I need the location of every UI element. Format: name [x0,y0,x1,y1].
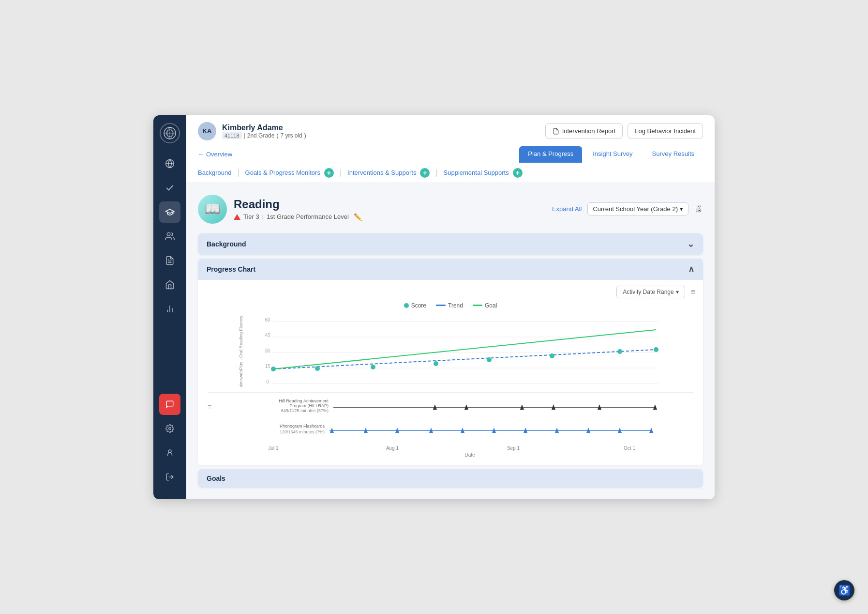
interval-chart-2: Phonogram Flashcards 120/1545 minutes (7… [208,419,693,443]
top-header: KA Kimberly Adame 41118 | 2nd Grade (7 y… [186,115,715,163]
expand-all-button[interactable]: Expand All [552,205,582,213]
intervention-report-button[interactable]: Intervention Report [545,123,623,138]
student-info-group: KA Kimberly Adame 41118 | 2nd Grade (7 y… [198,122,306,140]
student-details: Kimberly Adame 41118 | 2nd Grade (7 yrs … [222,123,306,139]
chart-menu-icon[interactable]: ≡ [691,288,695,296]
subnav-divider-3: | [435,169,437,177]
edit-performance-icon[interactable]: ✏️ [354,213,362,221]
subnav-goals[interactable]: Goals & Progress Monitors [245,169,320,176]
subnav-interventions[interactable]: Interventions & Supports [347,169,416,176]
svg-text:15: 15 [265,364,270,369]
tab-survey-results[interactable]: Survey Results [644,146,703,163]
legend-goal-label: Goal [485,302,497,309]
activity-date-chevron-icon: ▾ [676,289,679,295]
sidebar-item-settings[interactable] [159,418,180,439]
accessibility-button[interactable]: ♿ [834,580,854,600]
sidebar-item-logout[interactable] [159,466,180,488]
tier-icon [234,214,240,220]
back-link[interactable]: ← Overview [198,151,232,158]
progress-chart-label: Progress Chart [207,265,255,273]
subnav-divider-2: | [340,169,342,177]
interval-chart-1: ≡ Hill Reading Achievement Program (HILL… [208,392,693,419]
subnav-supplemental-add[interactable]: + [513,168,523,178]
x-axis-aug: Aug 1 [386,445,399,451]
sidebar-item-tasks[interactable] [159,177,180,199]
sidebar-item-school[interactable] [159,274,180,295]
student-name: Kimberly Adame [222,123,306,132]
svg-point-35 [617,349,622,354]
header-actions: Intervention Report Log Behavior Inciden… [545,123,703,138]
sidebar-item-reports[interactable] [159,250,180,271]
subnav-supplemental[interactable]: Supplemental Supports [444,169,509,176]
student-meta: 41118 | 2nd Grade (7 yrs old) [222,132,306,139]
subject-title-block: Reading Tier 3 | 1st Grade Performance L… [234,198,362,221]
svg-point-34 [550,353,554,358]
background-section: Background ⌄ [198,233,703,255]
performance-level: 1st Grade Performance Level [267,213,349,220]
legend-goal: Goal [473,302,497,309]
x-axis-date-label: Date [464,452,475,458]
student-separator: | [244,132,245,139]
tier-badge: Tier 3 | 1st Grade Performance Level ✏️ [234,213,362,221]
sidebar-bottom [159,394,180,491]
subject-title: Reading [234,198,362,211]
app-logo[interactable] [160,123,180,143]
sidebar-item-home[interactable] [159,153,180,174]
svg-point-30 [315,366,320,371]
progress-chart-header[interactable]: Progress Chart ∧ [198,259,703,280]
tab-plan-progress[interactable]: Plan & Progress [519,146,582,163]
subnav-interventions-add[interactable]: + [420,168,430,178]
student-row: KA Kimberly Adame 41118 | 2nd Grade (7 y… [198,122,703,140]
legend-score: Score [404,302,426,309]
main-content: KA Kimberly Adame 41118 | 2nd Grade (7 y… [186,115,715,499]
interval-chart-2-svg: Phonogram Flashcards 120/1545 minutes (7… [208,421,693,441]
goals-label: Goals [207,475,225,482]
sidebar-item-students[interactable] [159,201,180,223]
interval-chart-2-row: Phonogram Flashcards 120/1545 minutes (7… [208,421,693,441]
interval-chart-1-svg: Hill Reading Achievement Program (HILLRA… [215,397,693,417]
legend-goal-line [473,305,482,306]
interval-chart-1-row: ≡ Hill Reading Achievement Program (HILL… [208,397,693,417]
chevron-down-icon: ▾ [680,205,683,213]
svg-point-31 [371,365,375,369]
chart-top-bar: Activity Date Range ▾ ≡ [206,286,695,298]
subnav-goals-add[interactable]: + [324,168,334,178]
subject-icon: 📖 [198,195,227,224]
subnav-background[interactable]: Background [198,169,231,176]
student-age-value: 7 yrs old [280,132,302,139]
hamburger-menu-2: ≡ [208,403,211,411]
background-label: Background [207,240,246,248]
background-section-header[interactable]: Background ⌄ [198,233,703,255]
subnav-background-label: Background [198,169,231,176]
sidebar-item-messages[interactable] [159,394,180,415]
main-tabs: Plan & Progress Insight Survey Survey Re… [519,146,703,163]
chart-container: Activity Date Range ▾ ≡ Score [198,280,703,465]
interval-chart-menu-icon[interactable]: ≡ [208,403,211,411]
student-id: 41118 [222,132,242,139]
svg-point-13 [169,427,171,430]
sub-nav: Background | Goals & Progress Monitors +… [186,163,715,183]
svg-text:60: 60 [265,317,270,322]
legend-score-dot [404,303,409,308]
tier-separator: | [262,213,264,220]
interval-chart-1-label: Hill Reading Achievement [279,399,329,403]
student-grade: 2nd Grade [247,132,275,139]
activity-date-range-button[interactable]: Activity Date Range ▾ [616,286,685,298]
progress-chart-body: Activity Date Range ▾ ≡ Score [198,280,703,465]
svg-point-14 [168,450,171,453]
sidebar-item-groups[interactable] [159,226,180,247]
interval-chart-2-sublabel: 120/1545 minutes (7%) [280,430,325,434]
sidebar-item-profile[interactable] [159,442,180,463]
sidebar-item-analytics[interactable] [159,298,180,320]
log-behavior-button[interactable]: Log Behavior Incident [628,123,703,138]
sidebar [153,115,186,499]
subject-header: 📖 Reading Tier 3 | 1st Grade Performance… [198,191,703,228]
interval-chart-2-label: Phonogram Flashcards [280,424,325,429]
school-year-select[interactable]: Current School Year (Grade 2) ▾ [587,202,688,215]
svg-point-33 [487,357,492,362]
print-icon[interactable]: 🖨 [694,204,703,214]
avatar: KA [198,122,216,140]
tab-insight-survey[interactable]: Insight Survey [584,146,641,163]
goals-section-header[interactable]: Goals [198,469,703,488]
subject-left: 📖 Reading Tier 3 | 1st Grade Performance… [198,195,362,224]
